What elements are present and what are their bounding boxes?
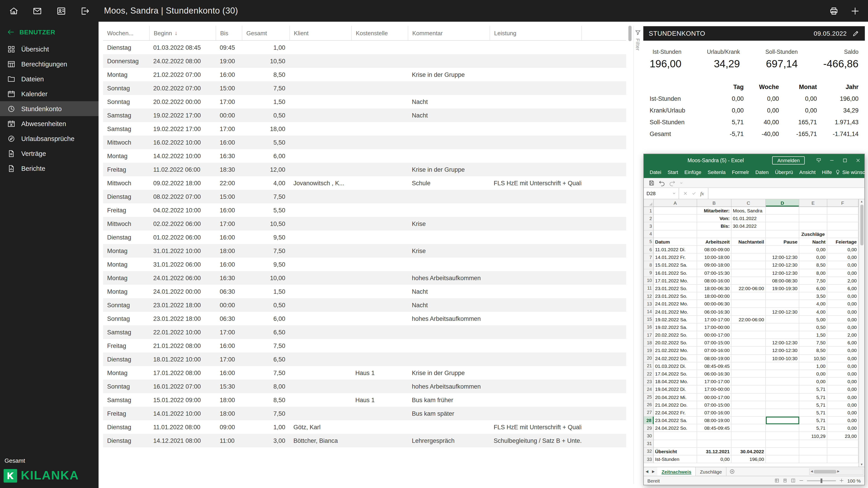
- formula-enter-icon[interactable]: [692, 191, 696, 196]
- excel-row-header-30[interactable]: 30: [644, 432, 654, 440]
- excel-row-header-3[interactable]: 3: [644, 223, 654, 230]
- excel-cell-C14[interactable]: [732, 308, 766, 316]
- insert-function-icon[interactable]: fx: [700, 191, 704, 196]
- excel-cell-E19[interactable]: 8,50: [799, 347, 827, 355]
- excel-cell-C31[interactable]: [732, 440, 766, 448]
- column-header-bis[interactable]: Bis: [216, 26, 242, 40]
- scroll-left-icon[interactable]: ◀: [811, 470, 813, 473]
- excel-cell-B32[interactable]: 31.12.2021: [697, 448, 732, 455]
- close-icon[interactable]: [851, 154, 864, 166]
- excel-row-header-25[interactable]: 25: [644, 393, 654, 401]
- hscroll-thumb[interactable]: [814, 470, 836, 473]
- excel-row-header-13[interactable]: 13: [644, 300, 654, 308]
- qat-dropdown-icon[interactable]: [680, 181, 683, 185]
- excel-cell-A12[interactable]: 23.01.2022 So.: [654, 292, 697, 300]
- excel-cell-F33[interactable]: [827, 455, 859, 463]
- column-header-beginn[interactable]: Beginn↓: [149, 26, 216, 40]
- excel-row-header-23[interactable]: 23: [644, 378, 654, 385]
- excel-cell-A33[interactable]: Ist-Stunden: [654, 455, 697, 463]
- excel-column-header-E[interactable]: E: [799, 199, 827, 206]
- excel-row-header-5[interactable]: 5: [644, 238, 654, 246]
- excel-cell-B18[interactable]: 07:00-15:00: [697, 339, 732, 347]
- formula-input[interactable]: [708, 188, 864, 199]
- excel-cell-D13[interactable]: [766, 300, 799, 308]
- excel-cell-C24[interactable]: [732, 386, 766, 393]
- excel-cell-B25[interactable]: 00:00-17:00: [697, 393, 732, 401]
- excel-row-header-17[interactable]: 17: [644, 331, 654, 339]
- excel-cell-B3[interactable]: Bis:: [697, 223, 732, 230]
- excel-row-header-14[interactable]: 14: [644, 308, 654, 316]
- excel-cell-B21[interactable]: 08:45-09:45: [697, 362, 732, 370]
- excel-cell-C10[interactable]: [732, 277, 766, 285]
- excel-cell-D2[interactable]: [766, 215, 799, 222]
- excel-cell-B22[interactable]: 06:00-16:30: [697, 370, 732, 378]
- excel-cell-A8[interactable]: 15.01.2022 Sa.: [654, 261, 697, 269]
- excel-cell-F6[interactable]: 0,00: [827, 246, 859, 254]
- sheet-tab-zuschlage[interactable]: Zuschläge: [696, 467, 726, 476]
- excel-cell-F22[interactable]: 0,00: [827, 370, 859, 378]
- table-row[interactable]: Dienstag01.03.2022 08:4509:451,00: [103, 41, 626, 54]
- mail-icon[interactable]: [33, 6, 42, 15]
- excel-cell-A32[interactable]: Übersicht: [654, 448, 697, 455]
- excel-cell-F14[interactable]: 0,00: [827, 308, 859, 316]
- excel-cell-F19[interactable]: 0,00: [827, 347, 859, 355]
- excel-cell-D26[interactable]: [766, 401, 799, 409]
- excel-row-header-9[interactable]: 9: [644, 269, 654, 277]
- excel-cell-E15[interactable]: 5,00: [799, 316, 827, 323]
- excel-vertical-scrollbar[interactable]: ▲ ▼: [859, 199, 864, 467]
- excel-cell-D24[interactable]: [766, 386, 799, 393]
- table-row[interactable]: Montag14.02.2022 10:0016:306,00: [103, 149, 626, 163]
- excel-cell-F11[interactable]: 6,00: [827, 285, 859, 292]
- excel-cell-A9[interactable]: 16.01.2022 So.: [654, 269, 697, 277]
- excel-cell-D3[interactable]: [766, 223, 799, 230]
- excel-horizontal-scrollbar[interactable]: ◀ ▶: [809, 468, 864, 475]
- excel-row-header-7[interactable]: 7: [644, 254, 654, 261]
- ribbon-tab-uberpru[interactable]: Überprü: [772, 166, 796, 178]
- page-break-view-icon[interactable]: [791, 478, 796, 483]
- excel-cell-C29[interactable]: [732, 424, 766, 432]
- excel-cell-C27[interactable]: [732, 409, 766, 417]
- table-row[interactable]: Mittwoch02.02.2022 06:0017:0010,50Krise: [103, 217, 626, 230]
- excel-cell-A22[interactable]: 17.04.2022 So.: [654, 370, 697, 378]
- sidebar-item-dateien[interactable]: Dateien: [0, 71, 98, 86]
- excel-cell-D23[interactable]: [766, 378, 799, 385]
- excel-cell-D1[interactable]: [766, 207, 799, 215]
- sheet-nav-left-icon[interactable]: ◀: [644, 470, 650, 473]
- column-header-gesamt[interactable]: Gesamt: [242, 26, 289, 40]
- sheet-tab-zeitnachweis[interactable]: Zeitnachweis: [657, 467, 696, 476]
- normal-view-icon[interactable]: [774, 478, 779, 483]
- table-row[interactable]: Samstag15.01.2022 09:0018:008,50Haus 1Bu…: [103, 393, 626, 407]
- excel-cell-F8[interactable]: 0,00: [827, 261, 859, 269]
- excel-cell-E30[interactable]: 110,29: [799, 432, 827, 440]
- excel-row-header-26[interactable]: 26: [644, 401, 654, 409]
- excel-cell-E3[interactable]: [799, 223, 827, 230]
- excel-cell-A14[interactable]: 24.01.2022 Mo.: [654, 308, 697, 316]
- table-row[interactable]: Montag24.01.2022 06:0016:3010,00hohes Ar…: [103, 271, 626, 285]
- column-header-kommentar[interactable]: Kommentar: [408, 26, 490, 40]
- excel-cell-A4[interactable]: [654, 230, 697, 238]
- excel-cell-B1[interactable]: Mitarbeiter:: [697, 207, 732, 215]
- excel-cell-C15[interactable]: 22:00-06:00: [732, 316, 766, 323]
- excel-cell-F27[interactable]: 0,00: [827, 409, 859, 417]
- excel-cell-B2[interactable]: Von:: [697, 215, 732, 222]
- excel-cell-C16[interactable]: [732, 324, 766, 331]
- cell-name-box[interactable]: D28: [644, 188, 679, 199]
- excel-cell-A23[interactable]: 18.04.2022 Mo.: [654, 378, 697, 385]
- excel-cell-E28[interactable]: 5,71: [799, 417, 827, 424]
- excel-cell-C11[interactable]: 22:00-06:00: [732, 285, 766, 292]
- excel-cell-C33[interactable]: 196,00: [732, 455, 766, 463]
- excel-cell-B26[interactable]: 07:00-15:00: [697, 401, 732, 409]
- logout-icon[interactable]: [80, 6, 90, 15]
- ribbon-options-icon[interactable]: [812, 154, 825, 166]
- excel-cell-C6[interactable]: [732, 246, 766, 254]
- excel-cell-B16[interactable]: 17:00-00:00: [697, 324, 732, 331]
- excel-cell-E14[interactable]: 4,00: [799, 308, 827, 316]
- table-row[interactable]: Dienstag14.12.2021 08:0011:003,00Böttche…: [103, 434, 626, 447]
- excel-cell-C9[interactable]: [732, 269, 766, 277]
- excel-cell-F23[interactable]: 0,00: [827, 378, 859, 385]
- ribbon-tab-datei[interactable]: Datei: [647, 166, 664, 178]
- sidebar-item-kalender[interactable]: Kalender: [0, 86, 98, 101]
- excel-cell-C19[interactable]: [732, 347, 766, 355]
- zoom-slider[interactable]: [807, 480, 836, 481]
- excel-cell-F12[interactable]: 0,00: [827, 292, 859, 300]
